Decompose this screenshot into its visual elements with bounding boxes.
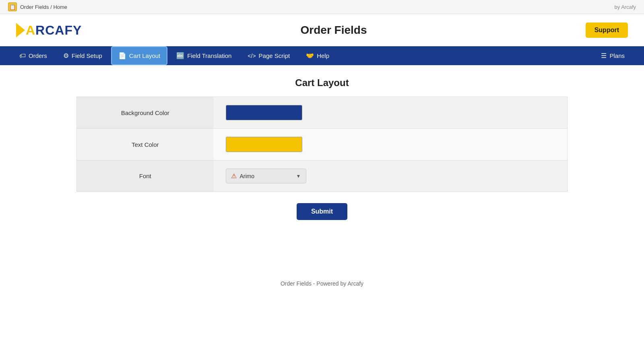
font-select-inner: ⚠ Arimo ▼ bbox=[231, 172, 301, 180]
logo-chevron-icon bbox=[16, 23, 25, 37]
text-color-label: Text Color bbox=[77, 129, 214, 160]
support-button[interactable]: Support bbox=[586, 23, 628, 38]
field-translation-icon: 🔤 bbox=[176, 52, 184, 60]
chevron-down-icon: ▼ bbox=[296, 173, 301, 179]
text-color-cell bbox=[214, 129, 568, 160]
page-script-icon: </> bbox=[248, 53, 256, 59]
nav-label-plans: Plans bbox=[609, 52, 625, 59]
plans-icon: ☰ bbox=[601, 52, 607, 60]
nav-item-orders[interactable]: 🏷 Orders bbox=[12, 47, 54, 65]
logo-text: ARCAFY bbox=[26, 23, 82, 38]
help-icon: 🤝 bbox=[306, 52, 314, 60]
submit-row: Submit bbox=[76, 203, 568, 220]
font-select[interactable]: ⚠ Arimo ▼ bbox=[226, 169, 306, 183]
warning-icon: ⚠ bbox=[231, 172, 237, 180]
breadcrumb-text: Order Fields / Home bbox=[20, 4, 67, 10]
text-color-picker[interactable] bbox=[226, 137, 302, 152]
nav-item-field-setup[interactable]: ⚙ Field Setup bbox=[56, 46, 109, 65]
font-value: Arimo bbox=[240, 173, 293, 179]
nav-label-field-setup: Field Setup bbox=[72, 52, 102, 59]
text-color-wrapper bbox=[226, 137, 306, 152]
nav-item-page-script[interactable]: </> Page Script bbox=[240, 47, 297, 65]
nav-label-field-translation: Field Translation bbox=[187, 52, 231, 59]
nav-bar: 🏷 Orders ⚙ Field Setup 📄 Cart Layout 🔤 F… bbox=[0, 46, 644, 65]
submit-button[interactable]: Submit bbox=[297, 203, 347, 220]
cart-layout-form: Background Color Text Color Font bbox=[76, 97, 568, 192]
header: ARCAFY Order Fields Support bbox=[0, 14, 644, 46]
font-row: Font ⚠ Arimo ▼ bbox=[77, 160, 568, 192]
background-color-cell bbox=[214, 97, 568, 129]
footer: Order Fields - Powered by Arcafy bbox=[0, 280, 644, 299]
logo: ARCAFY bbox=[16, 21, 82, 39]
page-title: Order Fields bbox=[82, 24, 585, 37]
font-label: Font bbox=[77, 160, 214, 192]
nav-label-page-script: Page Script bbox=[259, 52, 290, 59]
cart-layout-icon: 📄 bbox=[118, 52, 126, 60]
top-bar: 📋 Order Fields / Home by Arcafy bbox=[0, 0, 644, 14]
nav-label-cart-layout: Cart Layout bbox=[129, 52, 161, 59]
app-icon: 📋 bbox=[8, 2, 17, 11]
by-text: by Arcafy bbox=[615, 4, 636, 10]
nav-item-help[interactable]: 🤝 Help bbox=[299, 46, 336, 65]
main-content: Cart Layout Background Color Text Color bbox=[60, 65, 584, 232]
background-color-row: Background Color bbox=[77, 97, 568, 129]
logo-image: ARCAFY bbox=[16, 21, 82, 39]
font-cell: ⚠ Arimo ▼ bbox=[214, 160, 568, 192]
background-color-label: Background Color bbox=[77, 97, 214, 129]
nav-label-orders: Orders bbox=[29, 52, 47, 59]
nav-label-help: Help bbox=[317, 52, 329, 59]
svg-marker-0 bbox=[16, 23, 25, 37]
nav-item-plans[interactable]: ☰ Plans bbox=[594, 46, 632, 65]
nav-item-cart-layout[interactable]: 📄 Cart Layout bbox=[111, 46, 168, 65]
text-color-row: Text Color bbox=[77, 129, 568, 160]
cart-layout-title: Cart Layout bbox=[76, 77, 568, 88]
field-setup-icon: ⚙ bbox=[63, 52, 69, 60]
background-color-wrapper bbox=[226, 105, 306, 120]
footer-text: Order Fields - Powered by Arcafy bbox=[281, 280, 363, 287]
orders-icon: 🏷 bbox=[19, 52, 26, 60]
nav-item-field-translation[interactable]: 🔤 Field Translation bbox=[169, 46, 239, 65]
background-color-picker[interactable] bbox=[226, 105, 302, 120]
breadcrumb: 📋 Order Fields / Home bbox=[8, 2, 67, 11]
